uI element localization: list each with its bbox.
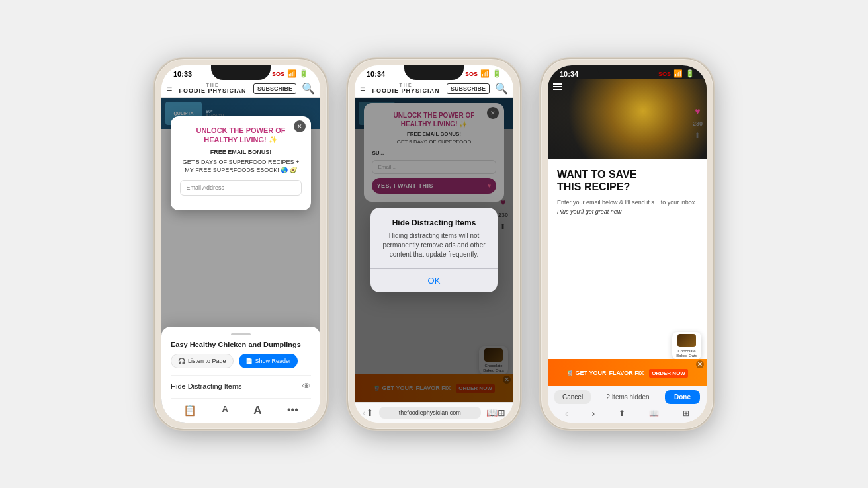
modal-close-btn-1[interactable]: ✕ (294, 120, 306, 132)
time-2: 10:34 (367, 70, 385, 78)
phone-2: 10:34 SOS 📶 🔋 ≡ THE FOODIE PHYSICIAN SUB… (348, 59, 520, 429)
recipe-image-3 (548, 79, 707, 159)
text-large-icon-1[interactable]: A (253, 404, 261, 417)
status-icons-1: SOS 📶 🔋 (272, 69, 308, 78)
cancel-btn-3[interactable]: Cancel (554, 390, 591, 404)
subscribe-btn-1[interactable]: SUBSCRIBE (253, 83, 296, 94)
heart-icon-3[interactable]: ♥ (695, 106, 700, 116)
choc-badge-3: Chocolate Baked Oats (672, 332, 701, 360)
bottom-sheet-1: Easy Healthy Chicken and Dumplings 🎧 Lis… (161, 327, 320, 423)
battery-icon-3: 🔋 (685, 69, 695, 78)
forward-btn-3[interactable]: › (592, 408, 595, 419)
share-nav-icon-3[interactable]: ⬆ (619, 409, 625, 418)
nav-actions-2: SUBSCRIBE 🔍 (447, 82, 508, 95)
time-3: 10:34 (560, 70, 578, 78)
browser-bottom-2: ‹ ⬆ thefoodiephysician.com 📖 ⊞ (355, 402, 513, 423)
done-controls-3: Cancel 2 items hidden Done (548, 386, 707, 405)
flavor-close-3[interactable]: ✕ (696, 360, 704, 368)
phone-2-screen: 10:34 SOS 📶 🔋 ≡ THE FOODIE PHYSICIAN SUB… (355, 65, 513, 423)
reader-icon-1: 📄 (245, 358, 253, 364)
alert-overlay-2: Hide Distracting Items Hiding distractin… (355, 98, 513, 402)
menu-icon-2[interactable]: ≡ (360, 83, 365, 94)
choc-label-3: Chocolate Baked Oats (676, 349, 697, 358)
flavor-text-3: 🧋 GET YOUR (566, 370, 606, 376)
status-icons-3: SOS 📶 🔋 (658, 69, 695, 78)
more-icon-1[interactable]: ••• (287, 404, 298, 417)
wifi-icon-3: 📶 (673, 69, 683, 78)
done-btn-3[interactable]: Done (665, 390, 700, 404)
menu-icon-1[interactable]: ≡ (167, 83, 172, 94)
food-photo-3 (548, 79, 707, 159)
signal-3: SOS (658, 71, 671, 77)
share-bottom-icon-2[interactable]: ⬆ (366, 407, 374, 418)
email-input-1[interactable] (180, 180, 301, 196)
notch-1 (211, 65, 271, 80)
reader-btn-1[interactable]: 📄 Show Reader (239, 354, 298, 368)
choc-img-3 (677, 334, 696, 347)
notch-2 (404, 65, 464, 80)
signal-1: SOS (272, 71, 284, 77)
subscribe-btn-2[interactable]: SUBSCRIBE (447, 83, 490, 94)
tabs-nav-icon-3[interactable]: ⊞ (683, 409, 689, 418)
bookmarks-icon-3[interactable]: 📖 (649, 409, 659, 418)
hide-distracting-toggle-1[interactable]: 👁 (302, 381, 311, 391)
text-small-icon-1[interactable]: A (222, 404, 228, 417)
site-logo-2: THE FOODIE PHYSICIAN (372, 83, 440, 94)
flavor-ad-3: 🧋 GET YOUR FLAVOR FIX ORDER NOW ✕ (548, 359, 707, 387)
status-bar-3: 10:34 SOS 📶 🔋 (548, 65, 707, 79)
signal-2: SOS (465, 71, 478, 77)
phone-1-screen: 10:33 SOS 📶 🔋 ≡ THE FOODIE PHYSICIAN SUB… (161, 65, 320, 423)
menu-icon-3[interactable] (553, 83, 562, 90)
recipe-title-3: WANT TO SAVETHIS RECIPE? (557, 168, 697, 193)
page-content-2: QULIPTA $0* A MONTH ✕ UNLOCK THE POWER O… (355, 98, 513, 402)
flavor-text2-3: FLAVOR FIX (609, 370, 644, 376)
time-1: 10:33 (173, 70, 192, 78)
phone-3-screen: 10:34 SOS 📶 🔋 (548, 65, 707, 423)
order-btn-3[interactable]: ORDER NOW (649, 369, 688, 378)
modal-free-bonus-1: FREE EMAIL BONUS! (180, 149, 301, 155)
phone-3: 10:34 SOS 📶 🔋 (541, 59, 713, 429)
browser-nav-1: ≡ THE FOODIE PHYSICIAN SUBSCRIBE 🔍 (161, 79, 320, 98)
listen-btn-1[interactable]: 🎧 Listen to Page (171, 354, 234, 368)
tabs-icon-2[interactable]: ⊞ (498, 407, 505, 418)
status-bar-2: 10:34 SOS 📶 🔋 (355, 65, 513, 79)
notch-3 (597, 65, 657, 80)
modal-body-1: GET 5 DAYS OF SUPERFOOD RECIPES + MY FRE… (180, 158, 301, 175)
alert-dialog-2: Hide Distracting Items Hiding distractin… (370, 208, 498, 292)
recipe-desc-3: Enter your email below & I'll send it s.… (557, 198, 697, 216)
browser-nav-2: ≡ THE FOODIE PHYSICIAN SUBSCRIBE 🔍 (355, 79, 513, 98)
phone-1: 10:33 SOS 📶 🔋 ≡ THE FOODIE PHYSICIAN SUB… (155, 59, 327, 429)
sheet-handle-1 (231, 333, 251, 335)
alert-title-2: Hide Distracting Items (380, 218, 488, 227)
share-icon-3[interactable]: ⬆ (694, 131, 701, 140)
bookmark-icon-1[interactable]: 📋 (183, 404, 196, 417)
back-btn-3: ‹ (565, 408, 568, 419)
wifi-icon-1: 📶 (287, 69, 296, 78)
heart-count-3: 230 (693, 120, 703, 127)
divider-1 (171, 375, 311, 376)
site-logo-1: THE FOODIE PHYSICIAN (179, 83, 247, 94)
status-bar-1: 10:33 SOS 📶 🔋 (161, 65, 320, 79)
alert-body-2: Hiding distracting items will not perman… (380, 231, 488, 259)
sheet-buttons-1: 🎧 Listen to Page 📄 Show Reader (171, 354, 311, 368)
search-icon-1[interactable]: 🔍 (302, 82, 315, 95)
status-icons-2: SOS 📶 🔋 (465, 69, 501, 78)
alert-ok-btn-2[interactable]: OK (380, 269, 488, 292)
subscription-modal-1: ✕ UNLOCK THE POWER OFHEALTHY LIVING! ✨ F… (171, 116, 310, 210)
nav-actions-1: SUBSCRIBE 🔍 (253, 82, 315, 95)
browser-nav-icons-3: ‹ › ⬆ 📖 ⊞ (548, 405, 707, 423)
search-icon-2[interactable]: 🔍 (495, 82, 508, 95)
sheet-title-1: Easy Healthy Chicken and Dumplings (171, 341, 311, 348)
battery-icon-2: 🔋 (492, 69, 501, 78)
float-icons-3: ♥ 230 ⬆ (693, 106, 703, 140)
done-bar-3: Cancel 2 items hidden Done ‹ › ⬆ 📖 ⊞ (548, 386, 707, 423)
hide-distracting-label-1: Hide Distracting Items (171, 382, 242, 390)
url-bar-2[interactable]: thefoodiephysician.com (379, 407, 481, 419)
items-hidden-3: 2 items hidden (607, 393, 650, 401)
battery-icon-1: 🔋 (299, 69, 308, 78)
headphone-icon-1: 🎧 (178, 358, 185, 364)
wifi-icon-2: 📶 (480, 69, 490, 78)
modal-title-1: UNLOCK THE POWER OFHEALTHY LIVING! ✨ (180, 126, 301, 145)
hide-distracting-option-1[interactable]: Hide Distracting Items 👁 (171, 381, 311, 391)
bookmark-bottom-icon-2[interactable]: 📖 (486, 407, 498, 418)
